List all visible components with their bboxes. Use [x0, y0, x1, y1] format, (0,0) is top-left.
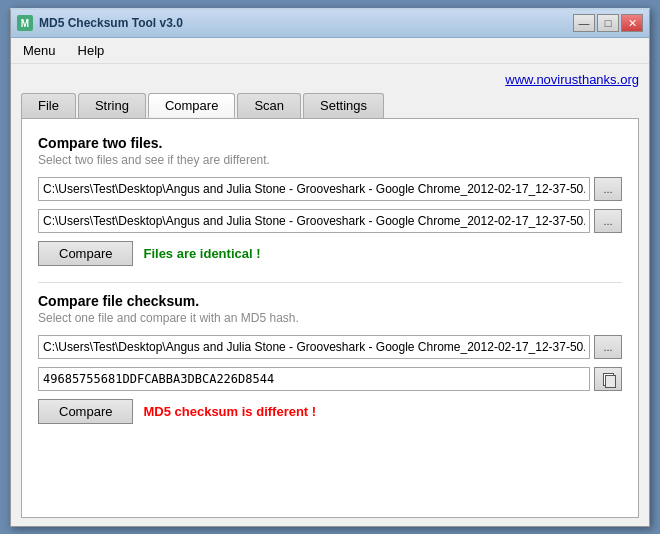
- compare-files-result: Files are identical !: [143, 246, 260, 261]
- close-button[interactable]: ✕: [621, 14, 643, 32]
- menu-item-help[interactable]: Help: [72, 40, 111, 61]
- title-bar-left: M MD5 Checksum Tool v3.0: [17, 15, 183, 31]
- compare-checksum-title: Compare file checksum.: [38, 293, 622, 309]
- compare-checksum-subtitle: Select one file and compare it with an M…: [38, 311, 622, 325]
- compare-files-title: Compare two files.: [38, 135, 622, 151]
- file2-browse-button[interactable]: ...: [594, 209, 622, 233]
- checksum-file-input[interactable]: [38, 335, 590, 359]
- compare-files-action-row: Compare Files are identical !: [38, 241, 622, 266]
- section-divider: [38, 282, 622, 283]
- file1-input[interactable]: [38, 177, 590, 201]
- tab-panel: Compare two files. Select two files and …: [21, 118, 639, 518]
- compare-checksum-result: MD5 checksum is different !: [143, 404, 316, 419]
- maximize-button[interactable]: □: [597, 14, 619, 32]
- tab-string[interactable]: String: [78, 93, 146, 118]
- tab-bar: File String Compare Scan Settings: [21, 93, 639, 118]
- content-area: www.novirusthanks.org File String Compar…: [11, 64, 649, 526]
- minimize-button[interactable]: —: [573, 14, 595, 32]
- menu-bar: Menu Help: [11, 38, 649, 64]
- file1-row: ...: [38, 177, 622, 201]
- copy-hash-button[interactable]: [594, 367, 622, 391]
- file1-browse-button[interactable]: ...: [594, 177, 622, 201]
- window-title: MD5 Checksum Tool v3.0: [39, 16, 183, 30]
- title-buttons: — □ ✕: [573, 14, 643, 32]
- tab-file[interactable]: File: [21, 93, 76, 118]
- main-window: M MD5 Checksum Tool v3.0 — □ ✕ Menu Help…: [10, 8, 650, 527]
- tab-settings[interactable]: Settings: [303, 93, 384, 118]
- app-icon: M: [17, 15, 33, 31]
- website-link[interactable]: www.novirusthanks.org: [21, 72, 639, 87]
- checksum-file-row: ...: [38, 335, 622, 359]
- menu-item-menu[interactable]: Menu: [17, 40, 62, 61]
- file2-input[interactable]: [38, 209, 590, 233]
- compare-files-subtitle: Select two files and see if they are dif…: [38, 153, 622, 167]
- hash-input[interactable]: [38, 367, 590, 391]
- checksum-file-browse-button[interactable]: ...: [594, 335, 622, 359]
- copy-icon: [601, 372, 615, 386]
- hash-row: [38, 367, 622, 391]
- tab-scan[interactable]: Scan: [237, 93, 301, 118]
- compare-checksum-button[interactable]: Compare: [38, 399, 133, 424]
- file2-row: ...: [38, 209, 622, 233]
- title-bar: M MD5 Checksum Tool v3.0 — □ ✕: [11, 10, 649, 38]
- compare-files-button[interactable]: Compare: [38, 241, 133, 266]
- compare-checksum-action-row: Compare MD5 checksum is different !: [38, 399, 622, 424]
- tab-compare[interactable]: Compare: [148, 93, 235, 118]
